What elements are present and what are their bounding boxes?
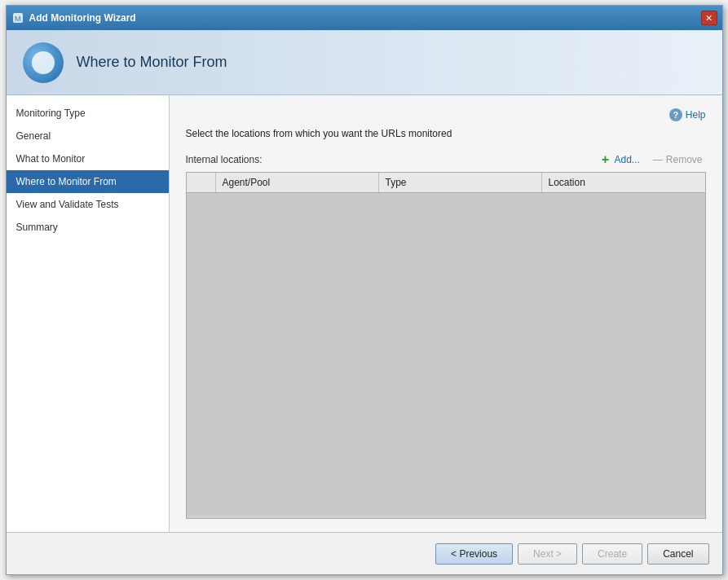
svg-text:M: M xyxy=(15,15,21,23)
remove-icon xyxy=(653,154,663,165)
window-title: Add Monitoring Wizard xyxy=(29,12,136,24)
previous-button[interactable]: < Previous xyxy=(435,543,513,565)
help-link[interactable]: ? Help xyxy=(669,108,706,121)
locations-section: Internal locations: Add... Remove xyxy=(186,152,706,519)
title-bar-left: M Add Monitoring Wizard xyxy=(11,11,136,24)
locations-label: Internal locations: xyxy=(186,154,263,165)
sidebar-item-summary[interactable]: Summary xyxy=(7,216,169,239)
instruction-text: Select the locations from which you want… xyxy=(186,128,706,139)
remove-label: Remove xyxy=(666,154,703,165)
help-icon: ? xyxy=(669,108,682,121)
add-button[interactable]: Add... xyxy=(596,152,642,167)
close-button[interactable]: ✕ xyxy=(701,11,717,25)
col-agent-pool: Agent/Pool xyxy=(216,173,379,192)
table-header: Agent/Pool Type Location xyxy=(187,173,705,193)
table-body xyxy=(187,193,705,516)
help-label: Help xyxy=(686,109,706,121)
locations-table: Agent/Pool Type Location xyxy=(186,172,706,519)
footer: < Previous Next > Create Cancel xyxy=(7,532,722,574)
locations-header: Internal locations: Add... Remove xyxy=(186,152,706,167)
sidebar-item-view-validate[interactable]: View and Validate Tests xyxy=(7,193,169,216)
cancel-button[interactable]: Cancel xyxy=(647,543,708,565)
create-button[interactable]: Create xyxy=(582,543,642,565)
sidebar-item-what-to-monitor[interactable]: What to Monitor xyxy=(7,147,169,170)
window-icon: M xyxy=(11,11,24,24)
help-row: ? Help xyxy=(186,108,706,121)
wizard-window: M Add Monitoring Wizard ✕ Where to Monit… xyxy=(6,5,723,575)
header-icon-inner xyxy=(32,51,55,74)
sidebar-item-general[interactable]: General xyxy=(7,125,169,147)
title-bar: M Add Monitoring Wizard ✕ xyxy=(7,6,722,30)
add-icon xyxy=(599,154,611,165)
header-area: Where to Monitor From xyxy=(7,30,722,95)
col-type: Type xyxy=(379,173,542,192)
content-area: Monitoring Type General What to Monitor … xyxy=(7,95,722,532)
col-checkbox xyxy=(187,173,216,192)
add-label: Add... xyxy=(614,154,639,165)
sidebar-item-monitoring-type[interactable]: Monitoring Type xyxy=(7,102,169,125)
main-content: ? Help Select the locations from which y… xyxy=(170,95,722,532)
header-icon xyxy=(23,42,64,83)
remove-button[interactable]: Remove xyxy=(650,152,706,167)
header-title: Where to Monitor From xyxy=(77,54,227,71)
sidebar: Monitoring Type General What to Monitor … xyxy=(7,95,170,532)
sidebar-item-where-to-monitor[interactable]: Where to Monitor From xyxy=(7,170,169,193)
next-button[interactable]: Next > xyxy=(518,543,577,565)
locations-actions: Add... Remove xyxy=(596,152,705,167)
col-location: Location xyxy=(542,173,705,192)
